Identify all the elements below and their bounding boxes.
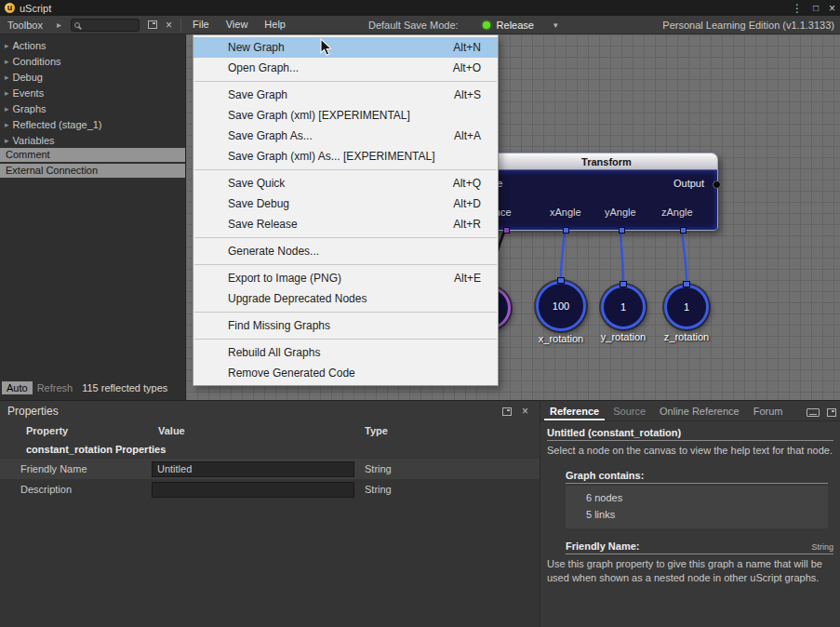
- uscript-logo-icon: u: [5, 3, 15, 13]
- friendly-name-type: String: [811, 542, 833, 552]
- toolbox-close-button[interactable]: ×: [166, 20, 172, 31]
- menu-item-save-graph-as[interactable]: Save Graph As...Alt+A: [193, 126, 498, 146]
- value-node-label: z_rotation: [635, 331, 738, 342]
- sidebar-item-comment[interactable]: Comment: [0, 148, 185, 162]
- reference-heading: Untitled (constant_rotation): [547, 427, 833, 438]
- chevron-right-icon: [5, 136, 9, 145]
- sidebar-item-actions[interactable]: Actions: [0, 37, 185, 53]
- value-socket[interactable]: [620, 281, 627, 287]
- sidebar-item-conditions[interactable]: Conditions: [0, 53, 185, 69]
- tab-forum[interactable]: Forum: [748, 403, 789, 420]
- friendly-name-help: Use this graph property to give this gra…: [547, 557, 833, 585]
- menu-help[interactable]: Help: [256, 16, 294, 33]
- properties-column-headers: Property Value Type: [0, 421, 540, 440]
- overflow-menu-icon[interactable]: ⋮: [792, 2, 803, 15]
- popout-icon[interactable]: [502, 407, 512, 416]
- value-node-y-rotation[interactable]: 1 y_rotation: [601, 285, 646, 329]
- menu-separator: [194, 312, 497, 313]
- refresh-button[interactable]: Refresh: [33, 381, 78, 394]
- xangle-socket[interactable]: [563, 227, 569, 233]
- divider: [566, 554, 833, 554]
- window-titlebar: u uScript ⋮ □ ×: [0, 0, 840, 16]
- graph-contains-label: Graph contains:: [566, 470, 828, 481]
- xangle-label: xAngle: [550, 207, 581, 218]
- friendly-name-input[interactable]: [152, 461, 354, 477]
- sidebar-item-graphs[interactable]: Graphs: [0, 100, 185, 116]
- menu-item-rebuild-all-graphs[interactable]: Rebuild All Graphs: [193, 342, 498, 363]
- value-node-z-rotation[interactable]: 1 z_rotation: [664, 285, 709, 329]
- zangle-socket[interactable]: [680, 227, 687, 233]
- menu-item-upgrade-deprecated-nodes[interactable]: Upgrade Deprecated Nodes: [193, 288, 498, 309]
- menu-view[interactable]: View: [218, 16, 257, 33]
- sidebar-item-debug[interactable]: Debug: [0, 69, 185, 85]
- properties-group-title: constant_rotation Properties: [0, 440, 540, 459]
- output-socket[interactable]: [713, 180, 721, 189]
- chevron-right-icon: [5, 41, 9, 50]
- tab-source[interactable]: Source: [607, 403, 651, 420]
- menu-item-save-graph-xml-as[interactable]: Save Graph (xml) As... [EXPERIMENTAL]: [193, 146, 498, 167]
- search-icon: [74, 22, 80, 28]
- tab-online-reference[interactable]: Online Reference: [654, 403, 745, 420]
- restore-window-button[interactable]: □: [813, 2, 819, 15]
- divider: [566, 483, 828, 484]
- toolbox-popout-button[interactable]: [148, 20, 157, 29]
- menu-separator: [194, 264, 497, 265]
- graph-stat-links: 5 links: [586, 506, 828, 523]
- sidebar-item-reflected[interactable]: Reflected (stage_1): [0, 116, 185, 132]
- menu-item-find-missing-graphs[interactable]: Find Missing Graphs: [193, 315, 498, 336]
- main-toolbar: Toolbox ▸ × File View Help Default Save …: [0, 16, 840, 34]
- menu-item-export-image[interactable]: Export to Image (PNG)Alt+E: [193, 268, 498, 288]
- transform-node[interactable]: Transform Rotate Output Instance xAngle …: [467, 153, 718, 231]
- menu-item-generate-nodes[interactable]: Generate Nodes...: [193, 241, 498, 261]
- sidebar-item-external-connection[interactable]: External Connection: [0, 164, 185, 178]
- reference-tab-bar: Reference Source Online Reference Forum: [540, 401, 840, 421]
- property-row-description: Description String: [0, 479, 540, 500]
- auto-refresh-toggle[interactable]: Auto: [2, 381, 33, 394]
- toolbox-search-input[interactable]: [82, 20, 139, 31]
- property-row-friendly-name: Friendly Name String: [0, 459, 540, 479]
- menu-item-open-graph[interactable]: Open Graph...Alt+O: [193, 58, 498, 78]
- friendly-name-section: Friendly Name: String: [566, 540, 833, 554]
- transform-node-title: Transform: [468, 153, 717, 170]
- instance-socket[interactable]: [503, 227, 510, 233]
- value-socket[interactable]: [683, 281, 690, 287]
- zangle-label: zAngle: [661, 207, 693, 218]
- reflected-types-count: 115 reflected types: [82, 382, 167, 394]
- yangle-label: yAngle: [605, 207, 636, 218]
- description-input[interactable]: [152, 482, 354, 498]
- menu-item-save-graph-xml[interactable]: Save Graph (xml) [EXPERIMENTAL]: [193, 105, 498, 126]
- friendly-name-label: Friendly Name:: [566, 540, 639, 552]
- menu-item-save-graph[interactable]: Save GraphAlt+S: [193, 85, 498, 105]
- output-exec-label: Output: [673, 178, 704, 189]
- value-socket[interactable]: [557, 277, 565, 284]
- menu-file[interactable]: File: [184, 16, 218, 33]
- menu-item-save-quick[interactable]: Save QuickAlt+Q: [193, 173, 498, 193]
- chevron-right-icon: [5, 120, 9, 129]
- toolbox-search-box[interactable]: [71, 19, 140, 32]
- close-icon[interactable]: ×: [522, 406, 528, 417]
- menu-item-new-graph[interactable]: New GraphAlt+N: [193, 37, 498, 58]
- save-mode-value: Release: [497, 20, 534, 31]
- close-window-button[interactable]: ×: [829, 2, 835, 15]
- file-menu-dropdown: New GraphAlt+N Open Graph...Alt+O Save G…: [193, 34, 499, 386]
- menu-separator: [194, 237, 497, 238]
- sidebar-item-events[interactable]: Events: [0, 85, 185, 100]
- transform-node-body: Rotate Output Instance xAngle yAngle zAn…: [468, 170, 717, 230]
- value-node-x-rotation[interactable]: 100 x_rotation: [536, 281, 586, 331]
- save-mode-dropdown[interactable]: Release ▾: [483, 20, 558, 31]
- release-status-icon: [483, 21, 490, 29]
- menu-item-save-release[interactable]: Save ReleaseAlt+R: [193, 214, 498, 234]
- value-text: 1: [620, 301, 626, 313]
- popout-icon[interactable]: [827, 408, 836, 417]
- keyboard-icon[interactable]: [807, 408, 820, 417]
- menu-item-remove-generated-code[interactable]: Remove Generated Code: [193, 363, 498, 383]
- app-title: uScript: [20, 3, 51, 14]
- properties-empty-area: [0, 500, 540, 627]
- properties-panel-title: Properties: [7, 405, 59, 418]
- menu-item-save-debug[interactable]: Save DebugAlt+D: [193, 193, 498, 214]
- toolbox-expand-button[interactable]: ▸: [57, 20, 61, 30]
- value-text: 100: [553, 300, 569, 312]
- tab-reference[interactable]: Reference: [544, 403, 605, 420]
- sidebar-item-variables[interactable]: Variables: [0, 132, 185, 148]
- yangle-socket[interactable]: [619, 227, 625, 233]
